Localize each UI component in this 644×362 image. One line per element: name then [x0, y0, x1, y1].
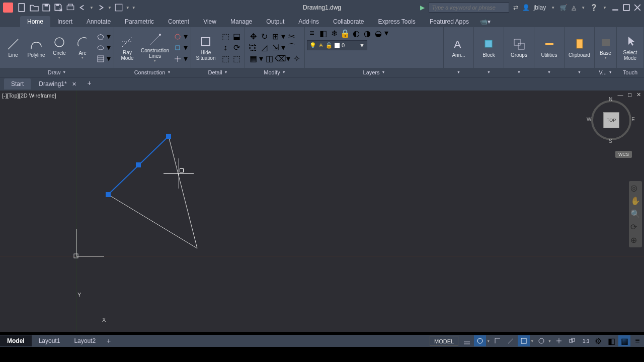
tab-express[interactable]: Express Tools [371, 16, 422, 27]
layer-match-icon[interactable]: ◒ [373, 28, 383, 38]
layer-lock-icon[interactable]: 🔒 [340, 28, 350, 38]
layer-off-icon[interactable]: ◐ [351, 28, 361, 38]
panel-title-touch[interactable]: Touch [623, 68, 637, 77]
dropdown-icon[interactable]: ▼ [126, 6, 130, 10]
status-transparency-icon[interactable] [553, 335, 565, 346]
explode-icon[interactable]: ✧ [291, 54, 301, 64]
tool-select-mode[interactable]: Select Mode [619, 34, 641, 62]
tab-addins[interactable]: Add-ins [291, 16, 326, 27]
panel-title-modify[interactable]: Modify [264, 68, 280, 77]
qat-plot-icon[interactable] [66, 3, 75, 12]
dropdown-icon[interactable]: ▼ [108, 6, 112, 10]
trim-icon[interactable]: ✂ [286, 32, 296, 42]
status-ann-icon[interactable]: 1:1 [579, 335, 591, 346]
fillet-icon[interactable]: ⌒ [286, 43, 296, 53]
status-iso-icon[interactable]: ◧ [605, 335, 617, 346]
tab-featured[interactable]: Featured Apps [423, 16, 476, 27]
detail-b-icon[interactable]: ⬓ [231, 32, 242, 42]
status-grid-icon[interactable] [461, 335, 473, 346]
tool-groups[interactable]: Groups [508, 36, 530, 59]
qat-saveas-icon[interactable] [54, 3, 63, 12]
layer-combo[interactable]: 💡 ☀ 🔓 0 ▼ [307, 40, 367, 50]
viewcube-w[interactable]: W [587, 117, 591, 122]
qat-undo-icon[interactable] [78, 3, 87, 12]
tool-clipboard[interactable]: Clipboard [569, 36, 591, 59]
tool-polygon-icon[interactable] [96, 32, 106, 42]
qat-new-icon[interactable] [18, 3, 27, 12]
tool-base[interactable]: Base▾ [597, 34, 615, 61]
detail-a-icon[interactable]: ⬚ [220, 32, 230, 42]
close-icon[interactable] [634, 4, 641, 11]
qat-open-icon[interactable] [30, 3, 39, 12]
qat-customize-icon[interactable]: ▼ [132, 6, 136, 10]
status-model-toggle[interactable]: MODEL [430, 336, 458, 346]
array-icon[interactable]: ▦ [248, 54, 258, 64]
rotate-icon[interactable]: ↻ [259, 32, 269, 42]
offset-icon[interactable]: ◫ [264, 54, 274, 64]
qat-save-icon[interactable] [42, 3, 51, 12]
wcs-badge[interactable]: WCS [615, 151, 632, 158]
tool-polyline[interactable]: Polyline [25, 36, 47, 59]
play-icon[interactable]: ▶ [420, 4, 425, 11]
dropdown-icon[interactable]: ▼ [90, 6, 94, 10]
panel-title-construction[interactable]: Construction [134, 68, 166, 77]
status-qp-icon[interactable]: ▦ [618, 335, 630, 346]
drawing-canvas[interactable]: [-][Top][2D Wireframe] — ◻ ✕ Y X TOP N S… [0, 90, 644, 332]
autodesk-icon[interactable]: ◬ [572, 4, 576, 11]
tool-arc[interactable]: Arc▾ [71, 34, 94, 61]
tool-hide-situation[interactable]: Hide Situation [193, 34, 218, 62]
tab-manage[interactable]: Manage [223, 16, 259, 27]
layer-state-icon[interactable]: ◧ [318, 28, 328, 38]
detail-c-icon[interactable]: ↕ [220, 43, 230, 53]
status-gear-icon[interactable]: ⚙ [592, 335, 604, 346]
share-icon[interactable]: ⇄ [513, 4, 518, 11]
add-layout-button[interactable]: + [103, 337, 115, 345]
detail-f-icon[interactable]: ⬚ [231, 54, 242, 64]
nav-orbit-icon[interactable]: ⟳ [630, 222, 640, 232]
tab-camera-icon[interactable]: 📹▾ [476, 16, 495, 27]
tool-ellipse-icon[interactable] [96, 43, 106, 53]
status-lwt-icon[interactable] [535, 335, 547, 346]
cons-point-icon[interactable] [173, 54, 183, 64]
app-icon[interactable] [3, 3, 13, 13]
layout-tab-layout1[interactable]: Layout1 [32, 335, 67, 346]
tool-block[interactable]: Block [478, 36, 500, 59]
tool-annotation[interactable]: AAnn... [448, 36, 470, 59]
search-input[interactable] [429, 3, 509, 13]
status-osnap-icon[interactable] [518, 335, 530, 346]
tool-hatch-icon[interactable] [96, 54, 106, 64]
layout-tab-model[interactable]: Model [0, 335, 32, 346]
viewcube-face[interactable]: TOP [603, 112, 619, 128]
scale-icon[interactable]: ◿ [259, 43, 269, 53]
mirror-icon[interactable]: ⊞ [270, 32, 280, 42]
close-icon[interactable]: ✕ [72, 81, 76, 87]
tab-insert[interactable]: Insert [50, 16, 79, 27]
layer-freeze-icon[interactable]: ❄ [329, 28, 339, 38]
cons-target-icon[interactable] [173, 32, 183, 42]
tool-line[interactable]: Line [2, 36, 24, 59]
nav-pan-icon[interactable]: ✋ [630, 196, 640, 206]
nav-wheel-icon[interactable]: ◎ [630, 183, 640, 193]
panel-title-detail[interactable]: Detail [208, 68, 222, 77]
detail-d-icon[interactable]: ⟳ [231, 43, 242, 53]
panel-title-layers[interactable]: Layers [363, 68, 380, 77]
cons-snap-icon[interactable] [173, 43, 183, 53]
file-tab-drawing1[interactable]: Drawing1*✕ [32, 78, 83, 89]
copy-icon[interactable]: ⿻ [248, 43, 258, 53]
qat-redo-icon[interactable] [96, 3, 105, 12]
panel-title-draw[interactable]: Draw [48, 68, 61, 77]
status-polar-icon[interactable] [505, 335, 517, 346]
move-icon[interactable]: ✥ [248, 32, 258, 42]
layout-tab-layout2[interactable]: Layout2 [67, 335, 103, 346]
viewcube-e[interactable]: E [631, 117, 635, 122]
erase-icon[interactable]: ⌫ [275, 54, 285, 64]
tab-output[interactable]: Output [259, 16, 291, 27]
stretch-icon[interactable]: ⇲ [270, 43, 280, 53]
tool-ray-mode[interactable]: Ray Mode [116, 34, 138, 62]
cart-icon[interactable]: 🛒 [560, 4, 568, 11]
tab-annotate[interactable]: Annotate [79, 16, 118, 27]
nav-show-icon[interactable]: ⊕ [630, 235, 640, 245]
status-ortho-icon[interactable] [492, 335, 504, 346]
viewcube-s[interactable]: S [609, 138, 612, 144]
file-tab-start[interactable]: Start [4, 78, 31, 89]
